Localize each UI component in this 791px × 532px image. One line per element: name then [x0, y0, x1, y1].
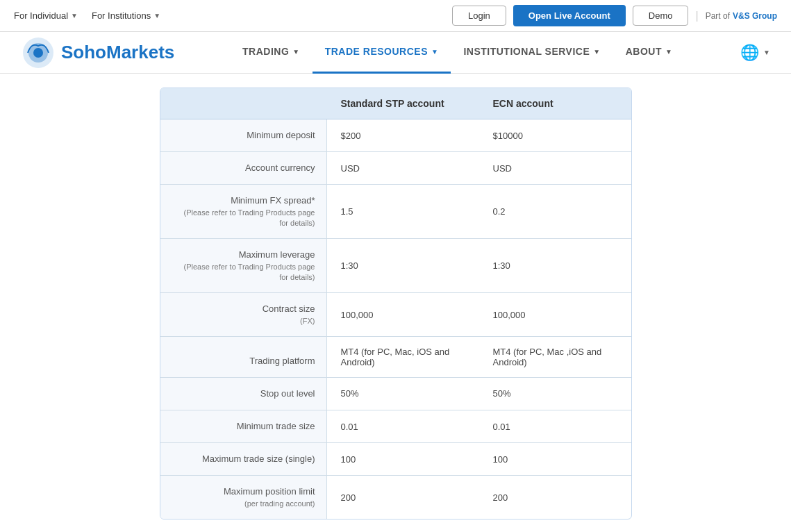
row-label-3: Maximum leverage(Please refer to Trading… — [160, 239, 327, 292]
institutional-chevron: ▼ — [593, 48, 600, 56]
for-institutions-menu[interactable]: For Institutions ▼ — [92, 10, 160, 21]
demo-button[interactable]: Demo — [633, 6, 689, 26]
row-label-4: Contract size(FX) — [160, 293, 327, 336]
logo-soho: Soho — [61, 42, 106, 63]
for-individual-chevron: ▼ — [71, 12, 78, 19]
row-ecn-5: MT4 (for PC, Mac ,iOS and Android) — [479, 337, 631, 377]
row-ecn-9: 200 — [479, 476, 631, 519]
row-stp-7: 0.01 — [327, 410, 479, 442]
svg-point-2 — [33, 48, 43, 58]
for-individual-label: For Individual — [14, 10, 68, 21]
row-ecn-8: 100 — [479, 443, 631, 475]
nav-about[interactable]: ABOUT ▼ — [613, 32, 685, 74]
table-row: Minimum deposit $200 $10000 — [160, 119, 631, 152]
table-row: Stop out level 50% 50% — [160, 378, 631, 410]
table-row: Account currency USD USD — [160, 152, 631, 185]
header-stp-col: Standard STP account — [327, 88, 479, 119]
nav-trading[interactable]: TRADING ▼ — [230, 32, 313, 74]
row-label-7: Minimum trade size — [160, 410, 327, 442]
table-row: Trading platform MT4 (for PC, Mac, iOS a… — [160, 337, 631, 378]
open-live-button[interactable]: Open Live Account — [513, 5, 626, 26]
top-bar-right: Login Open Live Account Demo | Part of V… — [452, 5, 777, 26]
table-row: Minimum FX spread*(Please refer to Tradi… — [160, 185, 631, 239]
top-bar: For Individual ▼ For Institutions ▼ Logi… — [0, 0, 791, 32]
row-ecn-0: $10000 — [479, 119, 631, 151]
for-individual-menu[interactable]: For Individual ▼ — [14, 10, 78, 21]
divider: | — [695, 10, 698, 22]
vs-group-label: V&S Group — [733, 11, 777, 21]
login-button[interactable]: Login — [452, 6, 506, 26]
header-label-col — [160, 88, 327, 119]
part-of-text: Part of V&S Group — [706, 11, 777, 21]
globe-icon[interactable]: 🌐 — [740, 44, 759, 62]
row-label-1: Account currency — [160, 152, 327, 184]
nav-links: TRADING ▼ TRADE RESOURCES ▼ INSTITUTIONA… — [230, 32, 685, 74]
row-label-6: Stop out level — [160, 378, 327, 410]
for-institutions-chevron: ▼ — [153, 12, 160, 19]
nav-trade-resources[interactable]: TRADE RESOURCES ▼ — [313, 32, 451, 74]
about-chevron: ▼ — [665, 48, 672, 56]
row-label-9: Maximum position limit(per trading accou… — [160, 476, 327, 519]
table-row: Maximum leverage(Please refer to Trading… — [160, 239, 631, 293]
row-ecn-7: 0.01 — [479, 410, 631, 442]
nav-institutional[interactable]: INSTITUTIONAL SERVICE ▼ — [451, 32, 613, 74]
globe-chevron: ▼ — [763, 49, 770, 56]
trading-chevron: ▼ — [292, 48, 299, 56]
row-label-5: Trading platform — [160, 337, 327, 377]
logo-text: SohoMarkets — [61, 42, 174, 63]
row-ecn-1: USD — [479, 152, 631, 184]
soho-logo-icon — [21, 35, 56, 70]
row-stp-9: 200 — [327, 476, 479, 519]
content-area: Standard STP account ECN account Minimum… — [0, 74, 791, 532]
row-ecn-6: 50% — [479, 378, 631, 410]
logo-markets: Markets — [106, 42, 174, 63]
logo[interactable]: SohoMarkets — [21, 35, 174, 70]
row-stp-4: 100,000 — [327, 293, 479, 336]
table-row: Maximum trade size (single) 100 100 — [160, 443, 631, 476]
row-label-2: Minimum FX spread*(Please refer to Tradi… — [160, 185, 327, 238]
row-stp-1: USD — [327, 152, 479, 184]
table-row: Contract size(FX) 100,000 100,000 — [160, 293, 631, 337]
nav-bar: SohoMarkets TRADING ▼ TRADE RESOURCES ▼ … — [0, 32, 791, 74]
row-ecn-4: 100,000 — [479, 293, 631, 336]
row-ecn-3: 1:30 — [479, 239, 631, 292]
table-body: Minimum deposit $200 $10000 Account curr… — [160, 119, 631, 519]
header-ecn-col: ECN account — [479, 88, 631, 119]
row-stp-2: 1.5 — [327, 185, 479, 238]
nav-right: 🌐 ▼ — [740, 44, 770, 62]
table-row: Maximum position limit(per trading accou… — [160, 476, 631, 519]
row-stp-3: 1:30 — [327, 239, 479, 292]
row-label-0: Minimum deposit — [160, 119, 327, 151]
row-stp-0: $200 — [327, 119, 479, 151]
row-stp-5: MT4 (for PC, Mac, iOS and Android) — [327, 337, 479, 377]
row-stp-8: 100 — [327, 443, 479, 475]
row-label-8: Maximum trade size (single) — [160, 443, 327, 475]
for-institutions-label: For Institutions — [92, 10, 151, 21]
trade-resources-chevron: ▼ — [431, 48, 438, 56]
account-comparison-table: Standard STP account ECN account Minimum… — [160, 88, 632, 519]
table-header: Standard STP account ECN account — [160, 88, 631, 119]
table-row: Minimum trade size 0.01 0.01 — [160, 410, 631, 443]
top-bar-left: For Individual ▼ For Institutions ▼ — [14, 10, 160, 21]
row-ecn-2: 0.2 — [479, 185, 631, 238]
row-stp-6: 50% — [327, 378, 479, 410]
